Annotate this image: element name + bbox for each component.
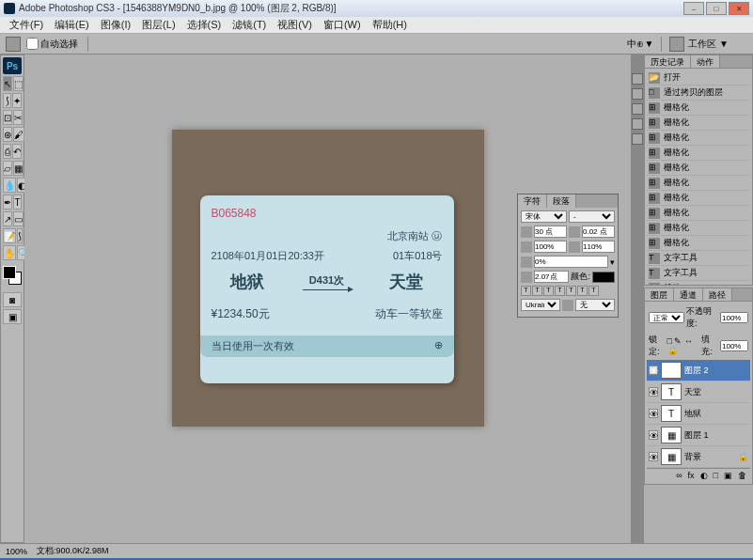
maximize-button[interactable]: □ <box>706 2 727 15</box>
size-input[interactable] <box>534 226 567 238</box>
history-item[interactable]: ⊞栅格化 <box>647 146 750 161</box>
history-item[interactable]: T文字工具 <box>647 251 750 266</box>
color-swatch[interactable] <box>3 266 22 285</box>
history-item[interactable]: ⊞栅格化 <box>647 131 750 146</box>
lasso-tool[interactable]: ⟆ <box>3 93 11 108</box>
layer-action-icon[interactable]: ∞ <box>674 471 683 480</box>
eyedropper-tool[interactable]: ⟆ <box>17 228 23 243</box>
type-style-button[interactable]: T <box>532 286 542 296</box>
menu-item[interactable]: 滤镜(T) <box>227 18 272 32</box>
pen-tool[interactable]: ✒ <box>3 194 12 210</box>
move-tool[interactable]: ↖ <box>3 76 12 91</box>
layer-action-icon[interactable]: □ <box>712 471 720 480</box>
brush-tool[interactable]: 🖌 <box>13 127 24 142</box>
history-item[interactable]: ⊞栅格化 <box>647 176 750 191</box>
layer-action-icon[interactable]: ▣ <box>722 471 734 480</box>
dock-icon[interactable] <box>632 133 643 145</box>
menu-item[interactable]: 窗口(W) <box>318 18 367 32</box>
heal-tool[interactable]: ⊛ <box>3 127 12 142</box>
font-select[interactable]: 宋体 <box>521 210 567 223</box>
aa-select[interactable]: 无 <box>575 299 615 311</box>
screen-mode-icon[interactable]: 中⊕▼ <box>627 38 653 51</box>
history-item[interactable]: ⊞栅格化 <box>647 101 750 116</box>
history-item[interactable]: 📂打开 <box>647 70 750 86</box>
opacity-input[interactable] <box>720 312 748 323</box>
tab-history[interactable]: 历史记录 <box>645 55 691 68</box>
layer-action-icon[interactable]: fx <box>686 471 697 480</box>
menu-item[interactable]: 图像(I) <box>95 18 136 32</box>
history-item[interactable]: T文字工具 <box>647 266 750 281</box>
history-brush-tool[interactable]: ↶ <box>12 144 22 159</box>
screen-mode-tool[interactable]: ▣ <box>3 309 22 324</box>
layer-item[interactable]: 👁□图层 2 <box>647 360 750 381</box>
layer-action-icon[interactable]: ◐ <box>698 471 710 480</box>
menu-item[interactable]: 帮助(H) <box>367 18 413 32</box>
tab-paths[interactable]: 路径 <box>703 288 732 301</box>
history-item[interactable]: □通过拷贝的图层 <box>647 86 750 101</box>
minimize-button[interactable]: – <box>683 2 704 15</box>
workspace-dropdown[interactable]: 工作区 ▼ <box>688 38 729 51</box>
dock-icon[interactable] <box>632 118 643 130</box>
tab-actions[interactable]: 动作 <box>691 55 720 68</box>
type-style-button[interactable]: T <box>555 286 565 296</box>
zoom-level[interactable]: 100% <box>6 547 27 556</box>
dock-icon[interactable] <box>632 88 643 100</box>
menu-item[interactable]: 图层(L) <box>136 18 180 32</box>
color-swatch-char[interactable] <box>592 272 615 283</box>
auto-select-checkbox[interactable]: 自动选择 <box>26 38 78 51</box>
style-select[interactable]: - <box>569 210 615 223</box>
layer-item[interactable]: 👁▦背景🔒 <box>647 446 750 468</box>
type-style-button[interactable]: T <box>588 286 599 296</box>
marquee-tool[interactable]: ⬚ <box>13 76 24 91</box>
notes-tool[interactable]: 📝 <box>3 228 16 243</box>
shape-tool[interactable]: ▭ <box>13 211 24 226</box>
history-item[interactable]: ⊞栅格化 <box>647 116 750 131</box>
menu-item[interactable]: 视图(V) <box>272 18 318 32</box>
history-item[interactable]: ⊞栅格化 <box>647 161 750 176</box>
hscale-input[interactable] <box>582 241 615 253</box>
path-tool[interactable]: ↗ <box>3 211 12 226</box>
crop-tool[interactable]: ⊡ <box>3 110 12 125</box>
tab-layers[interactable]: 图层 <box>645 288 674 301</box>
vscale-input[interactable] <box>534 241 567 253</box>
history-item[interactable]: ⊞栅格化 <box>647 191 750 206</box>
move-tool-icon[interactable] <box>6 37 21 52</box>
blur-tool[interactable]: 💧 <box>3 178 16 193</box>
layer-action-icon[interactable]: 🗑 <box>736 471 748 480</box>
history-item[interactable]: ⊞栅格化 <box>647 221 750 236</box>
workspace-icon[interactable] <box>669 37 684 52</box>
gradient-tool[interactable]: ▦ <box>13 161 24 176</box>
menu-item[interactable]: 编辑(E) <box>49 18 95 32</box>
close-button[interactable]: ✕ <box>729 2 749 15</box>
menu-item[interactable]: 文件(F) <box>4 18 49 32</box>
history-item[interactable]: ⊞栅格化 <box>647 236 750 251</box>
tab-channels[interactable]: 通道 <box>674 288 703 301</box>
type-style-button[interactable]: T <box>543 286 554 296</box>
history-item[interactable]: ⊞栅格化 <box>647 206 750 221</box>
baseline-input[interactable] <box>534 256 608 268</box>
layer-item[interactable]: 👁T地狱 <box>647 403 750 425</box>
type-style-button[interactable]: T <box>566 286 576 296</box>
lang-select[interactable]: Ukrainian <box>521 299 560 311</box>
dock-icon[interactable] <box>632 73 643 85</box>
type-tool[interactable]: T <box>13 194 22 210</box>
stamp-tool[interactable]: ⎙ <box>3 144 11 159</box>
tab-character[interactable]: 字符 <box>518 194 547 208</box>
quickmask-tool[interactable]: ◙ <box>3 292 22 307</box>
kern-input[interactable] <box>534 271 569 283</box>
layer-item[interactable]: 👁▦图层 1 <box>647 425 750 446</box>
hand-tool[interactable]: ✋ <box>3 245 16 260</box>
document-canvas[interactable]: B065848 北京南站 ⓤ 2108年01月01日20:33开01车018号 … <box>172 130 484 427</box>
type-style-button[interactable]: T <box>577 286 588 296</box>
blend-mode-select[interactable]: 正常 <box>649 312 684 323</box>
history-item[interactable]: ↔移动 <box>647 281 750 285</box>
type-style-button[interactable]: T <box>521 286 531 296</box>
slice-tool[interactable]: ✂ <box>13 110 23 125</box>
dock-icon[interactable] <box>632 103 643 115</box>
tab-paragraph[interactable]: 段落 <box>547 194 576 208</box>
eraser-tool[interactable]: ▱ <box>3 161 12 176</box>
layer-item[interactable]: 👁T天堂 <box>647 381 750 403</box>
wand-tool[interactable]: ✦ <box>12 93 22 108</box>
menu-item[interactable]: 选择(S) <box>181 18 227 32</box>
fill-input[interactable] <box>720 340 748 351</box>
